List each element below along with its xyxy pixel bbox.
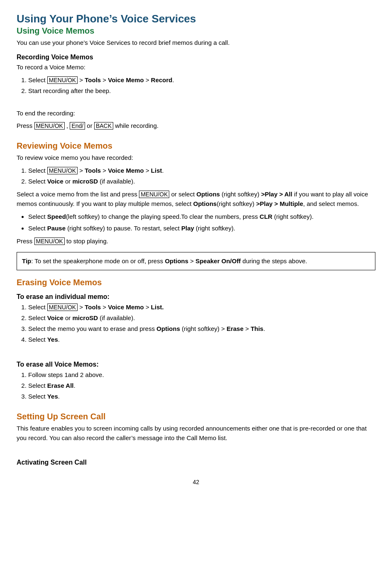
list-item: Select Speed(left softkey) to change the… [28,212,375,222]
list-item: Select Yes. [28,392,375,401]
erasing-voice-memos-heading: Erasing Voice Memos [17,278,375,287]
select-memo-text: Select a voice memo from the list and pr… [17,190,375,208]
list-item: Select Yes. [28,335,375,345]
list-item: Select MENU/OK > Tools > Voice Memo > Li… [28,166,375,176]
menu-ok-key-4: MENU/OK [139,191,169,198]
menu-ok-key-6: MENU/OK [47,304,78,311]
tip-label: Tip: To set the speakerphone mode on or … [22,257,307,264]
recording-voice-memos-heading: Recording Voice Memos [17,54,375,61]
page-title: Using Your Phone’s Voice Services [17,12,375,25]
list-item: Select MENU/OK > Tools > Voice Memo > Li… [28,302,375,312]
reviewing-intro: To review voice memo you have recorded: [17,153,375,163]
end-recording-label: To end the recording: [17,99,375,118]
list-item: Start recording after the beep. [28,86,375,96]
setting-up-screen-call-heading: Setting Up Screen Call [17,412,375,421]
list-item: Select Pause (right softkey) to pause. T… [28,223,375,233]
recording-steps: Select MENU/OK > Tools > Voice Memo > Re… [28,75,375,96]
erase-individual-steps: Select MENU/OK > Tools > Voice Memo > Li… [28,302,375,345]
back-key: BACK [94,122,113,130]
list-item: Select the memo you want to erase and pr… [28,324,375,334]
menu-ok-key-2: MENU/OK [34,122,65,130]
menu-ok-key-5: MENU/OK [34,237,65,245]
list-item: Select MENU/OK > Tools > Voice Memo > Re… [28,75,375,85]
using-voice-memos-heading: Using Voice Memos [17,26,375,36]
reviewing-bullets: Select Speed(left softkey) to change the… [28,212,375,233]
page-number: 42 [17,479,375,485]
end-key: End/ [70,122,85,130]
reviewing-steps: Select MENU/OK > Tools > Voice Memo > Li… [28,166,375,186]
using-voice-memos-intro: You can use your phone’s Voice Services … [17,38,375,48]
erase-all-steps: Follow steps 1and 2 above. Select Erase … [28,370,375,401]
reviewing-voice-memos-heading: Reviewing Voice Memos [17,141,375,151]
screen-call-intro: This feature enables you to screen incom… [17,424,375,443]
menu-ok-key: MENU/OK [47,76,78,84]
activating-screen-call-heading: Activating Screen Call [17,459,375,466]
tip-box: Tip: To set the speakerphone mode on or … [17,252,375,271]
erase-individual-heading: To erase an individual memo: [17,293,375,301]
stop-playing: Press MENU/OK to stop playing. [17,237,375,246]
list-item: Follow steps 1and 2 above. [28,370,375,380]
recording-intro: To record a Voice Memo: [17,63,375,72]
list-item: Select Erase All. [28,381,375,391]
list-item: Select Voice or microSD (if available). [28,176,375,186]
list-item: Select Voice or microSD (if available). [28,313,375,323]
end-recording-text: Press MENU/OK , End/ or BACK while recor… [17,121,375,131]
erase-all-heading: To erase all Voice Memos: [17,361,375,368]
menu-ok-key-3: MENU/OK [47,167,78,174]
